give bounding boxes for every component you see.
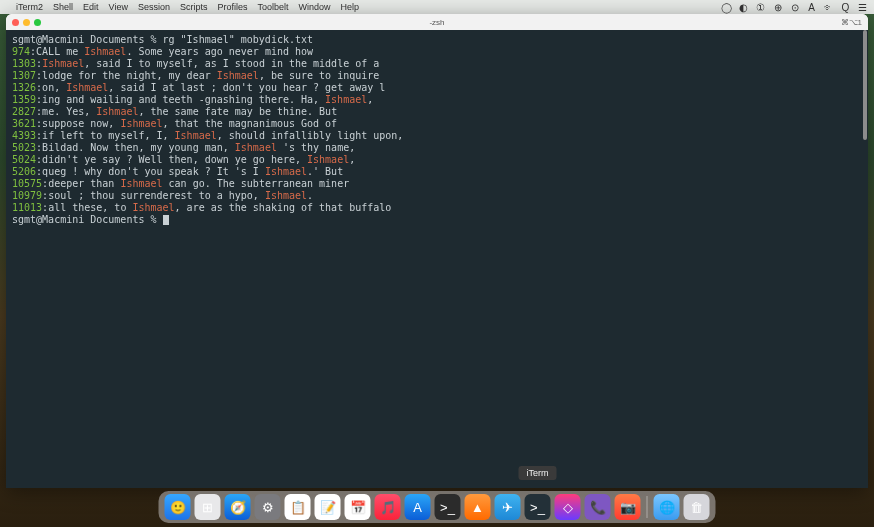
terminal-content[interactable]: sgmt@Macmini Documents % rg "Ishmael" mo… [6, 30, 868, 488]
dock-photobooth-icon[interactable]: 📷 [615, 494, 641, 520]
zoom-button[interactable] [34, 19, 41, 26]
menu-app-name[interactable]: iTerm2 [16, 2, 43, 12]
dock-notes-icon[interactable]: 📝 [315, 494, 341, 520]
menu-shell[interactable]: Shell [53, 2, 73, 12]
wifi-icon[interactable]: ᯤ [823, 2, 834, 13]
dock-settings-icon[interactable]: ⚙ [255, 494, 281, 520]
dock-launchpad-icon[interactable]: ⊞ [195, 494, 221, 520]
menu-edit[interactable]: Edit [83, 2, 99, 12]
dock-terminal-icon[interactable]: >_ [435, 494, 461, 520]
dock-telegram-icon[interactable]: ✈ [495, 494, 521, 520]
dock-folder-icon[interactable]: 🌐 [654, 494, 680, 520]
dock-calendar-icon[interactable]: 📅 [345, 494, 371, 520]
dock-vlc-icon[interactable]: ▲ [465, 494, 491, 520]
menu-scripts[interactable]: Scripts [180, 2, 208, 12]
cursor [163, 215, 169, 225]
menu-window[interactable]: Window [299, 2, 331, 12]
dock-separator [647, 496, 648, 518]
menu-help[interactable]: Help [341, 2, 360, 12]
dock-appstore-icon[interactable]: A [405, 494, 431, 520]
minimize-button[interactable] [23, 19, 30, 26]
window-right-label: ⌘⌥1 [841, 18, 862, 27]
dock-shortcuts-icon[interactable]: ◇ [555, 494, 581, 520]
status-icon[interactable]: ⊕ [772, 2, 783, 13]
window-titlebar[interactable]: -zsh ⌘⌥1 [6, 14, 868, 30]
status-icon[interactable]: ⊙ [789, 2, 800, 13]
spotlight-icon[interactable]: Q [840, 2, 851, 13]
status-icon[interactable]: ◯ [721, 2, 732, 13]
dock-trash-icon[interactable]: 🗑 [684, 494, 710, 520]
control-center-icon[interactable]: ☰ [857, 2, 868, 13]
menu-toolbelt[interactable]: Toolbelt [257, 2, 288, 12]
dock-iterm-icon[interactable]: >_iTerm [525, 494, 551, 520]
dock-reminders-icon[interactable]: 📋 [285, 494, 311, 520]
menu-view[interactable]: View [109, 2, 128, 12]
close-button[interactable] [12, 19, 19, 26]
dock-finder-icon[interactable]: 🙂 [165, 494, 191, 520]
dock: 🙂⊞🧭⚙📋📝📅🎵A>_▲✈>_iTerm◇📞📷🌐🗑 [159, 491, 716, 523]
dock-music-icon[interactable]: 🎵 [375, 494, 401, 520]
macos-menubar: iTerm2 Shell Edit View Session Scripts P… [0, 0, 874, 14]
status-icon[interactable]: ① [755, 2, 766, 13]
terminal-window: -zsh ⌘⌥1 sgmt@Macmini Documents % rg "Is… [6, 14, 868, 488]
dock-safari-icon[interactable]: 🧭 [225, 494, 251, 520]
menu-profiles[interactable]: Profiles [217, 2, 247, 12]
window-title: -zsh [6, 18, 868, 27]
dock-tooltip: iTerm [519, 466, 557, 480]
scrollbar[interactable] [862, 30, 868, 488]
status-icon[interactable]: ◐ [738, 2, 749, 13]
dock-viber-icon[interactable]: 📞 [585, 494, 611, 520]
scrollbar-thumb[interactable] [863, 30, 867, 140]
menu-session[interactable]: Session [138, 2, 170, 12]
status-icon[interactable]: A [806, 2, 817, 13]
